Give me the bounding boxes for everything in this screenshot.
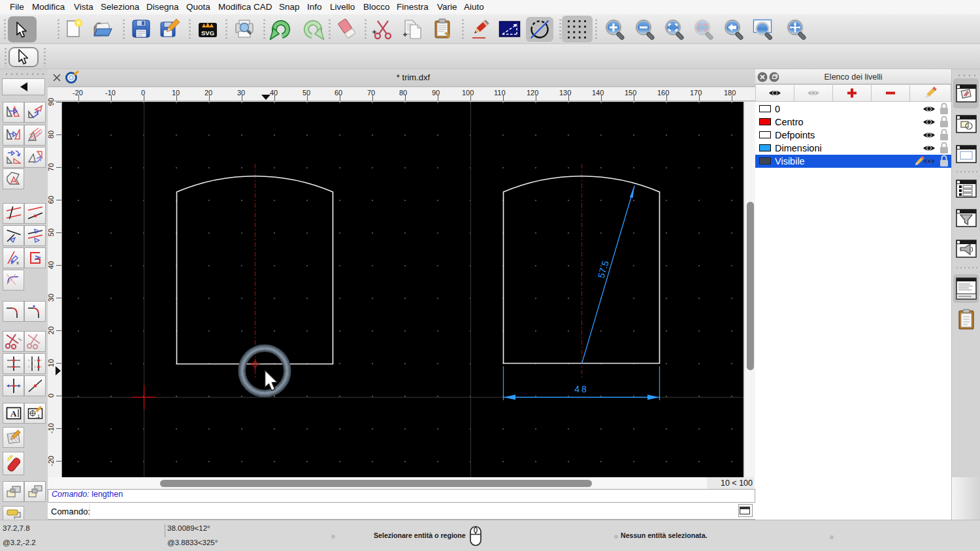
svg-text:x: x xyxy=(16,260,19,266)
svg-text:48: 48 xyxy=(574,384,589,394)
svg-text:SVG: SVG xyxy=(201,29,214,37)
svg-text:A: A xyxy=(10,409,17,418)
svg-text:.1: .1 xyxy=(36,413,40,419)
